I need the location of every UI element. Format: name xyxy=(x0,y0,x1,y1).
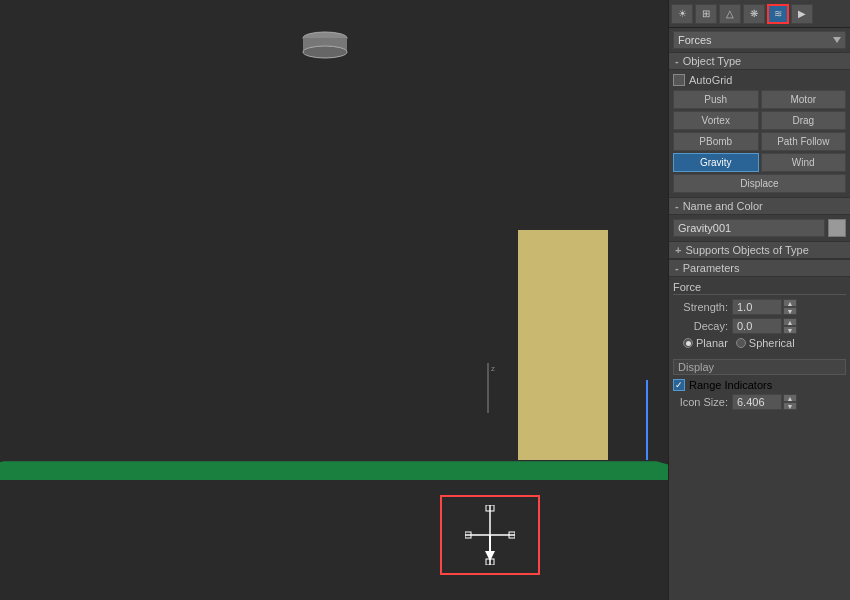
ground-plane xyxy=(0,461,668,480)
mesh-icon[interactable]: △ xyxy=(719,4,741,24)
icon-size-label: Icon Size: xyxy=(673,396,728,408)
parameters-label: Parameters xyxy=(683,262,740,274)
supports-header[interactable]: + Supports Objects of Type xyxy=(669,241,850,259)
spherical-label: Spherical xyxy=(749,337,795,349)
forces-dropdown-row: Forces Field Weights xyxy=(669,28,850,52)
decay-label: Decay: xyxy=(673,320,728,332)
strength-row: Strength: ▲ ▼ xyxy=(673,299,846,315)
displace-button[interactable]: Displace xyxy=(673,174,846,193)
strength-input-group: ▲ ▼ xyxy=(732,299,846,315)
display-header: Display xyxy=(673,359,846,375)
strength-down[interactable]: ▼ xyxy=(783,307,797,315)
push-button[interactable]: Push xyxy=(673,90,759,109)
display-section: Display ✓ Range Indicators Icon Size: ▲ … xyxy=(669,355,850,417)
forces-dropdown[interactable]: Forces Field Weights xyxy=(673,31,846,49)
range-indicators-label: Range Indicators xyxy=(689,379,772,391)
panel-icon-toolbar: ☀ ⊞ △ ❋ ≋ ▶ xyxy=(669,0,850,28)
decay-input-group: ▲ ▼ xyxy=(732,318,846,334)
decay-input[interactable] xyxy=(732,318,782,334)
physics-icon[interactable]: ≋ xyxy=(767,4,789,24)
pbomb-button[interactable]: PBomb xyxy=(673,132,759,151)
autogrid-row: AutoGrid xyxy=(673,74,846,86)
icon-size-row: Icon Size: ▲ ▼ xyxy=(673,394,846,410)
top-object xyxy=(295,30,355,60)
wall-object xyxy=(518,230,608,460)
name-color-collapse: - xyxy=(675,200,679,212)
range-checkbox[interactable]: ✓ xyxy=(673,379,685,391)
parameters-section: Force Strength: ▲ ▼ Decay: ▲ ▼ xyxy=(669,277,850,355)
decay-up[interactable]: ▲ xyxy=(783,318,797,326)
motor-button[interactable]: Motor xyxy=(761,90,847,109)
wind-button[interactable]: Wind xyxy=(761,153,847,172)
force-header: Force xyxy=(673,281,846,295)
strength-label: Strength: xyxy=(673,301,728,313)
axis-marker: z xyxy=(478,363,498,415)
icon-size-input-group: ▲ ▼ xyxy=(732,394,846,410)
decay-row: Decay: ▲ ▼ xyxy=(673,318,846,334)
icon-size-up[interactable]: ▲ xyxy=(783,394,797,402)
autogrid-checkbox[interactable] xyxy=(673,74,685,86)
decay-down[interactable]: ▼ xyxy=(783,326,797,334)
particle-icon[interactable]: ❋ xyxy=(743,4,765,24)
path-follow-button[interactable]: Path Follow xyxy=(761,132,847,151)
strength-spinner: ▲ ▼ xyxy=(783,299,797,315)
name-color-label: Name and Color xyxy=(683,200,763,212)
camera-icon[interactable]: ⊞ xyxy=(695,4,717,24)
spherical-radio[interactable] xyxy=(736,338,746,348)
planar-radio-label[interactable]: Planar xyxy=(683,337,728,349)
gravity-button[interactable]: Gravity xyxy=(673,153,759,172)
parameters-collapse: - xyxy=(675,262,679,274)
decay-spinner: ▲ ▼ xyxy=(783,318,797,334)
parameters-header[interactable]: - Parameters xyxy=(669,259,850,277)
object-type-section: AutoGrid Push Motor Vortex Drag PBomb Pa… xyxy=(669,70,850,197)
svg-point-2 xyxy=(303,46,347,58)
modifier-icon[interactable]: ▶ xyxy=(791,4,813,24)
svg-text:z: z xyxy=(491,364,495,373)
object-type-label: Object Type xyxy=(683,55,742,67)
icon-size-input[interactable] xyxy=(732,394,782,410)
planar-spherical-row: Planar Spherical xyxy=(673,337,846,349)
icon-size-down[interactable]: ▼ xyxy=(783,402,797,410)
vortex-button[interactable]: Vortex xyxy=(673,111,759,130)
gravity-arrow xyxy=(440,495,540,575)
object-name-input[interactable] xyxy=(673,219,825,237)
color-swatch[interactable] xyxy=(828,219,846,237)
name-color-section xyxy=(669,215,850,241)
icon-size-spinner: ▲ ▼ xyxy=(783,394,797,410)
planar-label: Planar xyxy=(696,337,728,349)
name-color-header[interactable]: - Name and Color xyxy=(669,197,850,215)
properties-panel: ☀ ⊞ △ ❋ ≋ ▶ Forces Field Weights - Objec… xyxy=(668,0,850,600)
object-type-buttons: Push Motor Vortex Drag PBomb Path Follow… xyxy=(673,90,846,172)
autogrid-label: AutoGrid xyxy=(689,74,732,86)
drag-button[interactable]: Drag xyxy=(761,111,847,130)
supports-collapse: + xyxy=(675,244,681,256)
strength-input[interactable] xyxy=(732,299,782,315)
blue-stick xyxy=(646,380,648,460)
object-type-header[interactable]: - Object Type xyxy=(669,52,850,70)
spherical-radio-label[interactable]: Spherical xyxy=(736,337,795,349)
viewport: z xyxy=(0,0,668,600)
supports-label: Supports Objects of Type xyxy=(685,244,808,256)
strength-up[interactable]: ▲ xyxy=(783,299,797,307)
range-indicators-row: ✓ Range Indicators xyxy=(673,379,846,391)
object-type-collapse: - xyxy=(675,55,679,67)
planar-radio[interactable] xyxy=(683,338,693,348)
sun-icon[interactable]: ☀ xyxy=(671,4,693,24)
